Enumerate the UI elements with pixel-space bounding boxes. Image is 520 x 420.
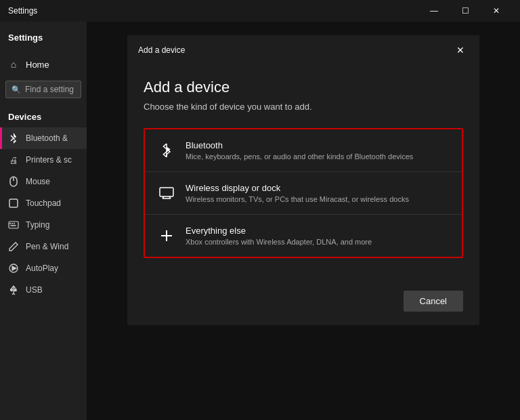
- svg-point-13: [11, 289, 13, 291]
- bluetooth-sidebar-icon: [8, 133, 19, 144]
- close-button[interactable]: ✕: [481, 0, 512, 22]
- device-option-everything-else[interactable]: Everything else Xbox controllers with Wi…: [145, 215, 462, 257]
- maximize-button[interactable]: ☐: [450, 0, 481, 22]
- monitor-icon: [158, 185, 175, 201]
- modal-subheading: Choose the kind of device you want to ad…: [144, 102, 463, 112]
- device-option-wireless-display[interactable]: Wireless display or dock Wireless monito…: [145, 172, 462, 215]
- search-icon: [12, 85, 21, 94]
- sidebar: Settings Home Find a setting Devices Blu…: [0, 22, 87, 420]
- sidebar-item-mouse-label: Mouse: [26, 177, 50, 186]
- sidebar-header: Settings: [0, 27, 87, 54]
- sidebar-item-pen-label: Pen & Wind: [26, 242, 68, 251]
- cancel-button[interactable]: Cancel: [404, 291, 463, 312]
- pen-icon: [8, 241, 19, 252]
- sidebar-item-touchpad-label: Touchpad: [26, 198, 61, 208]
- sidebar-home-label: Home: [26, 60, 49, 70]
- sidebar-section-devices: Devices: [0, 109, 87, 127]
- sidebar-item-typing[interactable]: Typing: [0, 214, 87, 236]
- modal-footer: Cancel: [127, 291, 479, 325]
- device-option-wireless-desc: Wireless monitors, TVs, or PCs that use …: [186, 195, 409, 203]
- modal-close-button[interactable]: ✕: [452, 42, 469, 58]
- svg-line-16: [14, 293, 15, 295]
- usb-icon: [8, 285, 19, 295]
- device-option-everything-title: Everything else: [186, 226, 372, 236]
- sidebar-item-usb-label: USB: [26, 285, 43, 295]
- autoplay-icon: [8, 263, 19, 274]
- bluetooth-icon: [158, 142, 175, 159]
- modal-heading: Add a device: [144, 79, 463, 96]
- device-options-list: Bluetooth Mice, keyboards, pens, or audi…: [144, 128, 463, 258]
- device-option-bluetooth-text: Bluetooth Mice, keyboards, pens, or audi…: [186, 140, 413, 161]
- sidebar-item-printers[interactable]: Printers & sc: [0, 149, 87, 171]
- sidebar-item-autoplay[interactable]: AutoPlay: [0, 257, 87, 279]
- sidebar-item-mouse[interactable]: Mouse: [0, 171, 87, 192]
- sidebar-item-bluetooth[interactable]: Bluetooth &: [0, 127, 87, 149]
- sidebar-item-usb[interactable]: USB: [0, 279, 87, 301]
- titlebar-controls: — ☐ ✕: [418, 0, 512, 22]
- svg-rect-3: [9, 222, 18, 228]
- titlebar: Settings — ☐ ✕: [0, 0, 520, 22]
- plus-icon: [158, 228, 175, 244]
- svg-rect-2: [9, 199, 18, 207]
- device-option-bluetooth-desc: Mice, keyboards, pens, or audio and othe…: [186, 152, 413, 161]
- modal-titlebar: Add a device ✕: [127, 35, 479, 65]
- sidebar-item-typing-label: Typing: [26, 220, 49, 230]
- titlebar-title: Settings: [8, 6, 418, 16]
- device-option-everything-desc: Xbox controllers with Wireless Adapter, …: [186, 238, 372, 246]
- touchpad-icon: [8, 198, 19, 209]
- sidebar-item-touchpad[interactable]: Touchpad: [0, 192, 87, 214]
- svg-rect-18: [160, 188, 173, 196]
- device-option-everything-text: Everything else Xbox controllers with Wi…: [186, 226, 372, 246]
- sidebar-item-bluetooth-label: Bluetooth &: [26, 133, 68, 143]
- modal-body: Add a device Choose the kind of device y…: [127, 65, 479, 291]
- modal-overlay: Add a device ✕ Add a device Choose the k…: [87, 22, 520, 420]
- svg-rect-14: [14, 289, 16, 291]
- printer-icon: [8, 154, 19, 165]
- keyboard-icon: [8, 219, 19, 230]
- sidebar-home-item[interactable]: Home: [0, 54, 87, 75]
- settings-window: Settings — ☐ ✕ Settings Home Find a sett…: [0, 0, 520, 420]
- search-box[interactable]: Find a setting: [5, 81, 81, 98]
- device-option-wireless-title: Wireless display or dock: [186, 183, 409, 193]
- device-option-bluetooth-title: Bluetooth: [186, 140, 413, 150]
- svg-line-15: [12, 293, 14, 295]
- minimize-button[interactable]: —: [418, 0, 450, 22]
- modal-titlebar-text: Add a device: [138, 45, 185, 55]
- search-placeholder: Find a setting: [25, 85, 74, 94]
- device-option-wireless-text: Wireless display or dock Wireless monito…: [186, 183, 409, 203]
- mouse-icon: [8, 176, 19, 187]
- sidebar-item-autoplay-label: AutoPlay: [26, 264, 58, 273]
- add-device-modal: Add a device ✕ Add a device Choose the k…: [127, 35, 479, 325]
- home-icon: [8, 59, 19, 70]
- main-area: Settings Home Find a setting Devices Blu…: [0, 22, 520, 420]
- sidebar-item-printers-label: Printers & sc: [26, 155, 72, 165]
- svg-marker-9: [12, 266, 16, 270]
- device-option-bluetooth[interactable]: Bluetooth Mice, keyboards, pens, or audi…: [145, 129, 462, 172]
- sidebar-item-pen[interactable]: Pen & Wind: [0, 236, 87, 257]
